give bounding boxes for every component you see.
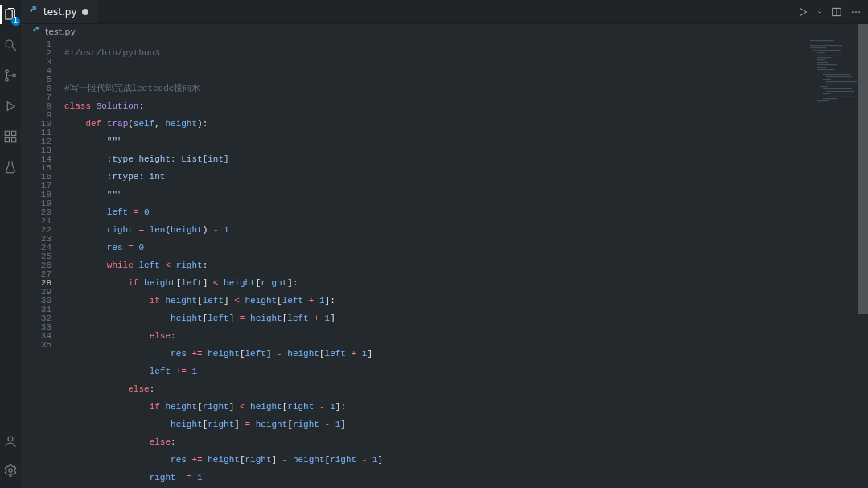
- line-number: 8: [21, 102, 64, 111]
- accounts-icon[interactable]: [0, 432, 21, 451]
- svg-marker-5: [7, 102, 14, 111]
- split-editor-icon[interactable]: [831, 6, 842, 18]
- run-file-icon[interactable]: [797, 6, 808, 18]
- line-number: 4: [21, 67, 64, 76]
- editor-group: test.py test.py 123456789101112131415161…: [21, 0, 868, 488]
- svg-rect-6: [5, 131, 9, 135]
- scrollbar-thumb[interactable]: [858, 24, 868, 314]
- line-number: 7: [21, 93, 64, 102]
- explorer-icon[interactable]: 1: [0, 5, 21, 24]
- svg-rect-8: [5, 138, 9, 142]
- breadcrumb-file: test.py: [45, 27, 76, 37]
- line-number-gutter: 1234567891011121314151617181920212223242…: [21, 39, 64, 488]
- line-number: 3: [21, 58, 64, 67]
- svg-point-4: [13, 74, 16, 77]
- dirty-indicator-icon[interactable]: [82, 9, 88, 15]
- svg-rect-9: [12, 138, 16, 142]
- svg-point-18: [858, 11, 860, 13]
- python-file-icon: [32, 26, 41, 37]
- svg-rect-7: [12, 131, 16, 135]
- svg-point-3: [6, 78, 9, 81]
- svg-line-1: [12, 47, 16, 51]
- svg-point-12: [9, 469, 13, 473]
- more-actions-icon[interactable]: [850, 6, 862, 18]
- tab-bar: test.py: [21, 0, 868, 24]
- activity-bar: 1: [0, 0, 21, 488]
- testing-icon[interactable]: [0, 158, 21, 177]
- tab-label: test.py: [43, 6, 77, 18]
- source-control-icon[interactable]: [0, 66, 21, 85]
- svg-point-0: [6, 40, 13, 47]
- code-content[interactable]: #!/usr/bin/python3 #写一段代码完成leetcode接雨水 c…: [64, 39, 868, 488]
- line-number: 1: [21, 40, 64, 49]
- settings-gear-icon[interactable]: [0, 461, 21, 480]
- breadcrumb[interactable]: test.py: [21, 24, 868, 39]
- svg-point-11: [8, 437, 13, 441]
- tab-test-py[interactable]: test.py: [21, 0, 97, 23]
- python-file-icon: [29, 6, 39, 18]
- run-debug-icon[interactable]: [0, 96, 21, 116]
- line-number: 2: [21, 49, 64, 58]
- editor-actions: [797, 0, 868, 23]
- run-dropdown-icon[interactable]: [817, 6, 823, 18]
- svg-point-17: [855, 11, 857, 13]
- line-number: 5: [21, 76, 64, 84]
- extensions-icon[interactable]: [0, 127, 21, 146]
- svg-marker-13: [800, 8, 807, 15]
- svg-point-2: [6, 70, 9, 73]
- line-number: 6: [21, 84, 64, 93]
- explorer-badge: 1: [11, 17, 20, 26]
- svg-point-16: [852, 11, 854, 13]
- vertical-scrollbar[interactable]: [858, 24, 868, 488]
- search-icon[interactable]: [0, 35, 21, 55]
- line-number: 35: [21, 341, 64, 350]
- code-editor[interactable]: 1234567891011121314151617181920212223242…: [21, 39, 868, 488]
